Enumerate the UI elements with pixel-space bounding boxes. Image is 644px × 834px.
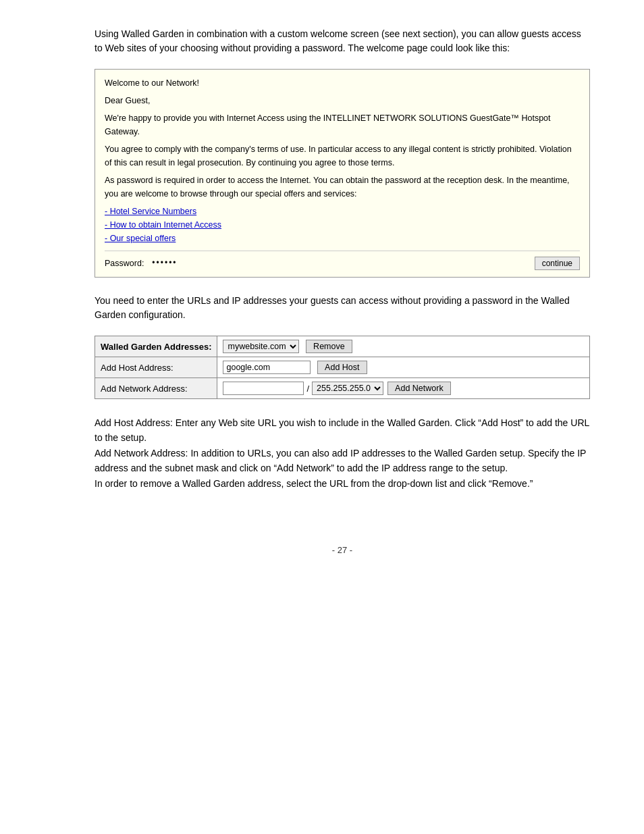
- add-network-label: Add Network Address:: [95, 378, 217, 399]
- add-host-explanation: Add Host Address: Enter any Web site URL…: [95, 415, 590, 446]
- welcome-title: Welcome to our Network!: [105, 76, 580, 90]
- add-host-cell: Add Host: [217, 357, 590, 378]
- walled-garden-row: Walled Garden Addresses: mywebsite.com R…: [95, 336, 590, 357]
- welcome-para1: We're happy to provide you with Internet…: [105, 111, 580, 138]
- welcome-dear: Dear Guest,: [105, 94, 580, 107]
- host-address-input[interactable]: [223, 361, 311, 374]
- remove-explanation: In order to remove a Walled Garden addre…: [95, 476, 590, 491]
- add-host-row: Add Host Address: Add Host: [95, 357, 590, 378]
- remove-button[interactable]: Remove: [306, 340, 352, 353]
- subnet-mask-dropdown[interactable]: 255.255.255.0: [312, 382, 383, 395]
- internet-access-link[interactable]: - How to obtain Internet Access: [105, 218, 580, 232]
- page-number: - 27 -: [332, 545, 352, 555]
- walled-garden-table: Walled Garden Addresses: mywebsite.com R…: [95, 336, 590, 399]
- add-host-button[interactable]: Add Host: [317, 361, 367, 374]
- add-network-button[interactable]: Add Network: [387, 382, 451, 395]
- walled-garden-dropdown[interactable]: mywebsite.com: [223, 340, 299, 353]
- walled-garden-label: Walled Garden Addresses:: [95, 336, 217, 357]
- slash-separator: /: [306, 384, 309, 394]
- welcome-screen-mockup: Welcome to our Network! Dear Guest, We'r…: [95, 69, 590, 278]
- add-network-explanation: Add Network Address: In addition to URLs…: [95, 446, 590, 476]
- network-address-input[interactable]: [223, 382, 304, 395]
- add-network-row: Add Network Address: / 255.255.255.0 Add…: [95, 378, 590, 399]
- add-network-cell: / 255.255.255.0 Add Network: [217, 378, 590, 399]
- continue-button[interactable]: continue: [535, 257, 580, 270]
- hotel-service-link[interactable]: - Hotel Service Numbers: [105, 205, 580, 218]
- welcome-links: - Hotel Service Numbers - How to obtain …: [105, 205, 580, 245]
- welcome-para2: You agree to comply with the company's t…: [105, 142, 580, 170]
- mid-paragraph: You need to enter the URLs and IP addres…: [95, 294, 590, 322]
- welcome-para3: As password is required in order to acce…: [105, 174, 580, 201]
- password-label: Password:: [105, 257, 144, 270]
- add-host-label: Add Host Address:: [95, 357, 217, 378]
- walled-garden-dropdown-cell: mywebsite.com Remove: [217, 336, 590, 357]
- page-footer: - 27 -: [95, 545, 590, 555]
- bottom-text-block: Add Host Address: Enter any Web site URL…: [95, 415, 590, 491]
- intro-paragraph: Using Walled Garden in combination with …: [95, 27, 590, 55]
- special-offers-link[interactable]: - Our special offers: [105, 232, 580, 245]
- password-row: Password: •••••• continue: [105, 251, 580, 270]
- password-dots: ••••••: [152, 257, 177, 269]
